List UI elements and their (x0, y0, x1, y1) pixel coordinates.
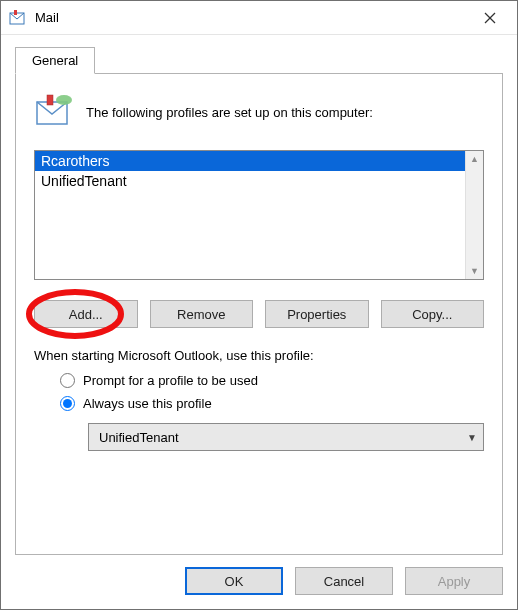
cancel-button[interactable]: Cancel (295, 567, 393, 595)
close-button[interactable] (471, 4, 509, 32)
profiles-list-items: Rcarothers UnifiedTenant (35, 151, 465, 279)
dialog-footer: OK Cancel Apply (1, 555, 517, 609)
apply-button[interactable]: Apply (405, 567, 503, 595)
svg-rect-1 (14, 10, 17, 15)
scroll-down-icon[interactable]: ▼ (470, 266, 479, 276)
startup-label: When starting Microsoft Outlook, use thi… (34, 348, 484, 363)
profiles-header-text: The following profiles are set up on thi… (86, 105, 373, 120)
radio-prompt[interactable]: Prompt for a profile to be used (60, 373, 484, 388)
remove-button[interactable]: Remove (150, 300, 254, 328)
tab-general[interactable]: General (15, 47, 95, 74)
profile-buttons-row: Add... Remove Properties Copy... (34, 300, 484, 328)
mail-dialog: Mail General The fol (0, 0, 518, 610)
startup-radio-group: Prompt for a profile to be used Always u… (34, 373, 484, 411)
window-title: Mail (35, 10, 471, 25)
radio-always-input[interactable] (60, 396, 75, 411)
properties-button[interactable]: Properties (265, 300, 369, 328)
select-value: UnifiedTenant (99, 430, 179, 445)
default-profile-select-wrap: UnifiedTenant ▼ (34, 423, 484, 451)
scroll-up-icon[interactable]: ▲ (470, 154, 479, 164)
svg-point-6 (56, 95, 72, 105)
default-profile-select[interactable]: UnifiedTenant ▼ (88, 423, 484, 451)
profiles-listbox[interactable]: Rcarothers UnifiedTenant ▲ ▼ (34, 150, 484, 280)
tab-strip: General (15, 47, 503, 74)
list-item[interactable]: Rcarothers (35, 151, 465, 171)
mail-icon (9, 9, 27, 27)
chevron-down-icon: ▼ (467, 432, 477, 443)
svg-rect-5 (47, 95, 53, 105)
panel-header: The following profiles are set up on thi… (34, 92, 484, 132)
ok-button[interactable]: OK (185, 567, 283, 595)
tab-panel-general: The following profiles are set up on thi… (15, 73, 503, 555)
copy-button[interactable]: Copy... (381, 300, 485, 328)
scrollbar[interactable]: ▲ ▼ (465, 151, 483, 279)
titlebar: Mail (1, 1, 517, 35)
envelope-icon (34, 92, 74, 132)
radio-always[interactable]: Always use this profile (60, 396, 484, 411)
radio-prompt-label: Prompt for a profile to be used (83, 373, 258, 388)
list-item[interactable]: UnifiedTenant (35, 171, 465, 191)
radio-prompt-input[interactable] (60, 373, 75, 388)
client-area: General The following profiles are set u… (1, 35, 517, 555)
radio-always-label: Always use this profile (83, 396, 212, 411)
add-button[interactable]: Add... (34, 300, 138, 328)
